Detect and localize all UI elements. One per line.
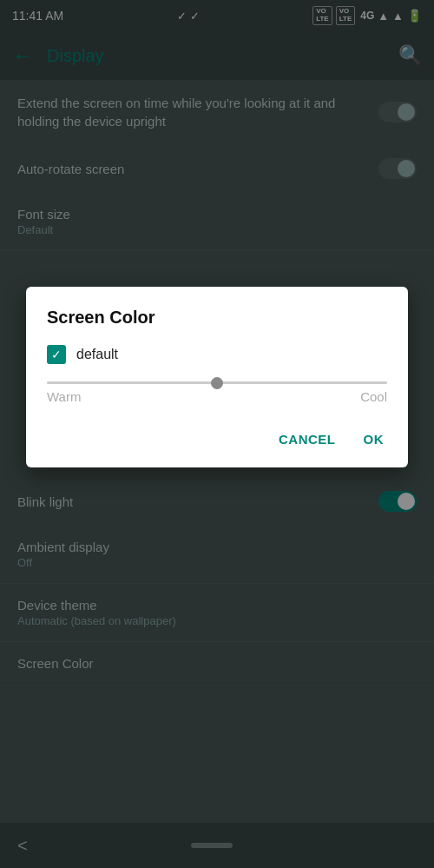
default-checkbox[interactable]: ✓	[47, 345, 66, 364]
cool-label: Cool	[360, 389, 387, 404]
ok-button[interactable]: OK	[360, 425, 388, 454]
checkbox-label: default	[76, 347, 118, 362]
dialog-checkbox-row[interactable]: ✓ default	[47, 345, 387, 364]
warm-label: Warm	[47, 389, 81, 404]
cancel-button[interactable]: CANCEL	[275, 425, 339, 454]
screen-color-dialog: Screen Color ✓ default Warm Cool CANCEL …	[26, 287, 408, 467]
checkmark-icon: ✓	[51, 348, 62, 361]
dialog-title: Screen Color	[47, 308, 387, 328]
slider-thumb[interactable]	[211, 377, 223, 389]
color-temperature-slider[interactable]: Warm Cool	[47, 381, 387, 404]
slider-labels: Warm Cool	[47, 389, 387, 404]
slider-track[interactable]	[47, 381, 387, 384]
dialog-buttons: CANCEL OK	[47, 418, 387, 454]
